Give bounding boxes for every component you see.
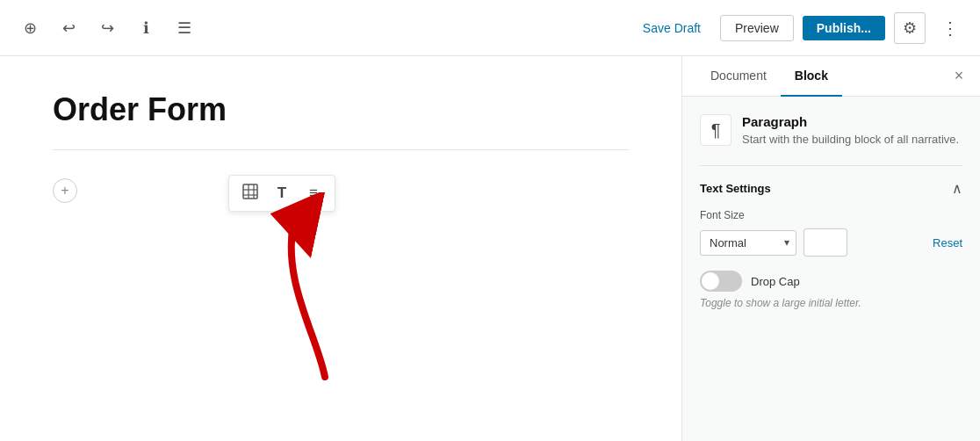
text-icon: T xyxy=(277,184,286,202)
menu-button[interactable]: ☰ xyxy=(169,12,200,44)
text-settings-section: Text Settings ∧ Font Size Normal Small M… xyxy=(700,165,962,323)
section-header: Text Settings ∧ xyxy=(700,180,962,197)
block-info: ¶ Paragraph Start with the building bloc… xyxy=(700,114,962,148)
font-size-input[interactable] xyxy=(803,228,847,257)
text-settings-title: Text Settings xyxy=(700,182,771,195)
list-icon: ≡ xyxy=(309,184,318,202)
drop-cap-row: Drop Cap xyxy=(700,271,962,292)
more-icon: ⋮ xyxy=(941,18,959,39)
tab-document[interactable]: Document xyxy=(696,56,781,97)
block-icon: ¶ xyxy=(700,114,731,146)
block-title: Paragraph xyxy=(742,114,959,129)
add-block-inline-button[interactable]: + xyxy=(53,178,77,203)
font-size-label: Font Size xyxy=(700,209,962,221)
redo-button[interactable]: ↪ xyxy=(91,12,123,44)
section-toggle-button[interactable]: ∧ xyxy=(952,180,962,197)
preview-button[interactable]: Preview xyxy=(720,15,794,41)
block-toolbar: T ≡ xyxy=(228,175,335,212)
add-block-button[interactable]: ⊕ xyxy=(14,12,46,44)
reset-font-size-button[interactable]: Reset xyxy=(933,236,962,249)
settings-button[interactable]: ⚙ xyxy=(894,12,926,44)
table-icon xyxy=(242,184,258,203)
redo-icon: ↪ xyxy=(101,18,114,38)
more-options-button[interactable]: ⋮ xyxy=(934,12,966,44)
sidebar-close-button[interactable]: × xyxy=(945,62,973,90)
toggle-knob xyxy=(702,272,719,290)
font-size-row: Normal Small Medium Large Extra Large Re… xyxy=(700,228,962,257)
font-size-select[interactable]: Normal Small Medium Large Extra Large xyxy=(700,230,796,256)
drop-cap-hint: Toggle to show a large initial letter. xyxy=(700,297,962,309)
page-title: Order Form xyxy=(53,91,629,128)
arrow-annotation xyxy=(246,192,404,386)
editor-divider xyxy=(53,149,629,150)
sidebar: Document Block × ¶ Paragraph Start with … xyxy=(681,56,980,441)
tab-block[interactable]: Block xyxy=(781,56,842,97)
publish-button[interactable]: Publish... xyxy=(803,16,885,40)
save-draft-button[interactable]: Save Draft xyxy=(632,16,711,40)
drop-cap-label: Drop Cap xyxy=(751,275,800,288)
toolbar-left: ⊕ ↩ ↪ ℹ ☰ xyxy=(14,12,200,44)
sidebar-tabs: Document Block × xyxy=(682,56,980,97)
editor-content-area: + T xyxy=(53,175,629,203)
toolbar: ⊕ ↩ ↪ ℹ ☰ Save Draft Preview Publish... … xyxy=(0,0,980,56)
block-description: Paragraph Start with the building block … xyxy=(742,114,959,148)
info-icon: ℹ xyxy=(143,18,149,38)
list-button[interactable]: ≡ xyxy=(299,179,328,207)
block-switcher-button[interactable] xyxy=(236,179,264,207)
menu-icon: ☰ xyxy=(177,18,191,38)
undo-button[interactable]: ↩ xyxy=(53,12,84,44)
text-button[interactable]: T xyxy=(268,179,296,207)
plus-icon: + xyxy=(61,183,68,199)
add-icon: ⊕ xyxy=(24,18,37,38)
undo-icon: ↩ xyxy=(62,18,76,38)
block-desc: Start with the building block of all nar… xyxy=(742,132,959,148)
info-button[interactable]: ℹ xyxy=(130,12,162,44)
sidebar-content: ¶ Paragraph Start with the building bloc… xyxy=(682,97,980,341)
editor-area: Order Form + xyxy=(0,56,681,441)
font-size-select-wrapper: Normal Small Medium Large Extra Large xyxy=(700,230,796,256)
settings-icon: ⚙ xyxy=(903,18,917,38)
svg-rect-0 xyxy=(243,184,257,199)
main-area: Order Form + xyxy=(0,56,980,441)
drop-cap-toggle[interactable] xyxy=(700,271,742,292)
toolbar-right: Save Draft Preview Publish... ⚙ ⋮ xyxy=(632,12,966,44)
